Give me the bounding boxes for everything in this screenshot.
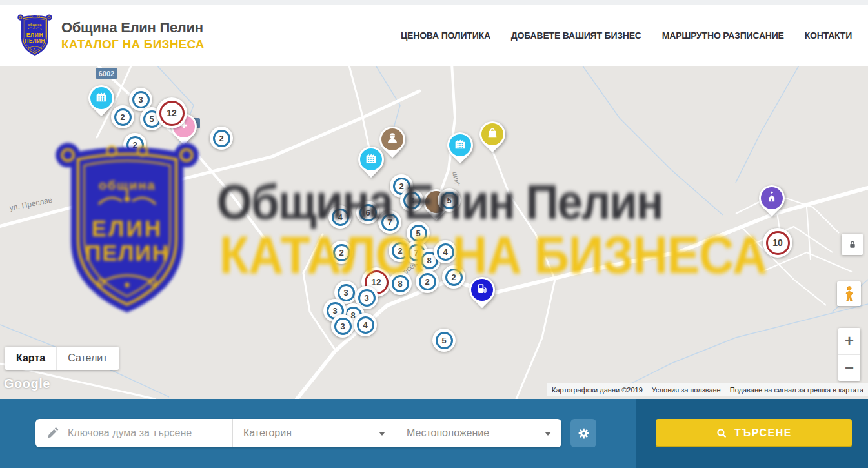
nav-item-add-business[interactable]: ДОБАВЕТЕ ВАШИЯТ БИЗНЕС — [511, 30, 641, 41]
map-cluster-marker[interactable]: 4 — [328, 205, 352, 229]
zoom-control: + − — [838, 328, 860, 381]
search-bar: Категория Местоположение ТЪРСЕНЕ — [0, 399, 868, 468]
logo-text: Община Елин Пелин КАТАЛОГ НА БИЗНЕСА — [61, 19, 205, 52]
map-pin-marker[interactable] — [756, 183, 788, 221]
nav-item-contacts[interactable]: КОНТАКТИ — [805, 30, 852, 41]
chevron-down-icon — [379, 432, 385, 436]
map-markers-layer: 223512223546752278412822338334510 — [0, 66, 868, 399]
map-cluster-marker[interactable]: 12 — [156, 97, 187, 128]
advanced-settings-button[interactable] — [570, 419, 596, 447]
map-cluster-marker[interactable]: 5 — [432, 329, 456, 352]
attribution-report-error-link[interactable]: Подаване на сигнал за грешка в картата — [725, 386, 868, 394]
map-type-map-button[interactable]: Карта — [5, 347, 56, 370]
keyword-field-wrap — [35, 419, 232, 447]
worker-icon — [385, 131, 399, 148]
map-attribution: Картографски данни ©2019 Условия за полз… — [547, 383, 868, 396]
map-pin-marker[interactable] — [444, 130, 476, 168]
attribution-terms-link[interactable]: Условия за ползване — [647, 386, 725, 394]
map-pin-marker[interactable] — [85, 83, 117, 121]
google-logo[interactable]: Google — [4, 376, 50, 391]
search-button-label: ТЪРСЕНЕ — [734, 427, 792, 439]
location-select-label: Местоположение — [407, 427, 489, 439]
factory-icon — [453, 137, 467, 154]
lock-button[interactable] — [842, 234, 863, 255]
map-cluster-marker[interactable]: 6 — [356, 201, 379, 224]
fuel-icon — [475, 281, 489, 298]
map-cluster-marker[interactable]: 2 — [416, 270, 439, 293]
page: Община Елин Пелин КАТАЛОГ НА БИЗНЕСА ЦЕН… — [0, 0, 868, 468]
map-cluster-marker[interactable]: 2 — [123, 133, 146, 156]
nav-item-pricing[interactable]: ЦЕНОВА ПОЛИТИКА — [401, 30, 490, 41]
logo-title: Община Елин Пелин — [61, 19, 205, 36]
zoom-out-button[interactable]: − — [838, 354, 860, 382]
bag-icon — [485, 126, 500, 143]
lock-icon — [847, 239, 858, 250]
site-header: Община Елин Пелин КАТАЛОГ НА БИЗНЕСА ЦЕН… — [0, 5, 868, 66]
search-fields-container: Категория Местоположение — [35, 419, 561, 447]
map-cluster-marker[interactable]: 8 — [389, 272, 412, 295]
map-cluster-marker[interactable]: 3 — [331, 314, 354, 338]
zoom-in-button[interactable]: + — [838, 328, 860, 354]
pencil-icon — [46, 427, 59, 440]
pegman-icon — [842, 285, 856, 302]
map-type-control: Карта Сателит — [5, 347, 119, 370]
location-select[interactable]: Местоположение — [396, 419, 561, 447]
pegman-button[interactable] — [837, 281, 861, 306]
category-select[interactable]: Категория — [232, 419, 396, 447]
category-select-label: Категория — [243, 427, 292, 439]
map-cluster-marker[interactable]: 10 — [763, 228, 792, 258]
map-canvas[interactable]: 6002 ул. Преслав бул. „Новосел ции" 2235… — [0, 66, 868, 399]
top-strip — [0, 0, 868, 5]
map-type-satellite-button[interactable]: Сателит — [56, 347, 118, 370]
attribution-copyright: Картографски данни ©2019 — [547, 386, 647, 394]
map-cluster-marker[interactable]: 2 — [330, 241, 353, 264]
map-pin-marker[interactable] — [376, 124, 409, 163]
map-cluster-marker[interactable]: 7 — [378, 210, 401, 234]
map-pin-marker[interactable] — [476, 119, 509, 158]
church-icon — [765, 190, 779, 207]
gear-icon — [577, 427, 590, 440]
map-cluster-marker[interactable]: 2 — [442, 265, 465, 289]
map-cluster-marker[interactable]: 4 — [434, 240, 457, 263]
search-button[interactable]: ТЪРСЕНЕ — [656, 419, 852, 447]
map-cluster-marker[interactable]: 4 — [354, 313, 377, 336]
logo-subtitle: КАТАЛОГ НА БИЗНЕСА — [61, 37, 205, 52]
factory-icon — [94, 90, 108, 107]
search-icon — [716, 427, 728, 440]
map-cluster-marker[interactable]: 5 — [438, 188, 461, 212]
map-cluster-marker[interactable]: 3 — [400, 188, 423, 212]
site-logo[interactable]: Община Елин Пелин КАТАЛОГ НА БИЗНЕСА — [16, 14, 205, 57]
chevron-down-icon — [545, 432, 551, 436]
map-pin-marker[interactable] — [466, 274, 498, 313]
nav-item-route-schedule[interactable]: МАРШРУТНО РАЗПИСАНИЕ — [662, 30, 784, 41]
keyword-search-input[interactable] — [68, 427, 232, 439]
main-nav: ЦЕНОВА ПОЛИТИКА ДОБАВЕТЕ ВАШИЯТ БИЗНЕС М… — [401, 30, 852, 41]
map-cluster-marker[interactable]: 2 — [210, 127, 233, 150]
municipality-crest-logo — [16, 14, 54, 57]
